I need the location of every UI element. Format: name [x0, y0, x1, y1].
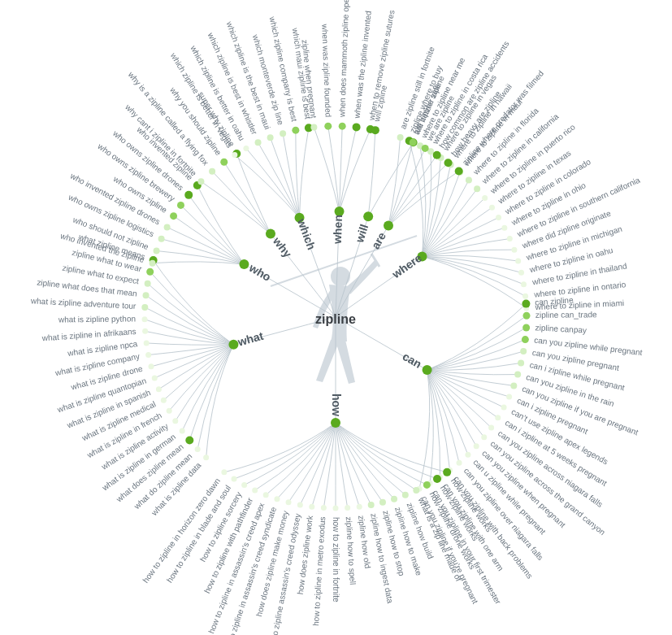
- leaf-node[interactable]: [263, 492, 269, 498]
- leaf-node[interactable]: [333, 506, 339, 511]
- leaf-node[interactable]: [232, 476, 237, 482]
- leaf-node[interactable]: [209, 168, 215, 175]
- leaf-node[interactable]: [310, 124, 317, 131]
- leaf-node[interactable]: [164, 224, 171, 230]
- leaf-node[interactable]: [172, 418, 178, 424]
- leaf-node[interactable]: [474, 443, 479, 449]
- leaf-node[interactable]: [518, 270, 524, 276]
- leaf-node[interactable]: [195, 446, 201, 452]
- leaf-node[interactable]: [474, 185, 480, 192]
- leaf-node[interactable]: [180, 428, 185, 433]
- leaf-node[interactable]: [145, 352, 151, 358]
- leaf-node[interactable]: [444, 159, 453, 167]
- leaf-node[interactable]: [156, 386, 162, 392]
- leaf-node[interactable]: [158, 236, 165, 242]
- leaf-node[interactable]: [142, 328, 148, 334]
- leaf-node[interactable]: [496, 215, 501, 220]
- leaf-node[interactable]: [511, 247, 517, 253]
- leaf-node[interactable]: [267, 134, 274, 141]
- leaf-node[interactable]: [518, 359, 524, 366]
- leaf-node[interactable]: [488, 425, 494, 431]
- category-node-why[interactable]: [266, 229, 275, 239]
- leaf-node[interactable]: [152, 375, 158, 381]
- leaf-node[interactable]: [154, 248, 160, 254]
- leaf-node[interactable]: [410, 139, 417, 146]
- leaf-node[interactable]: [379, 499, 386, 506]
- leaf-node[interactable]: [391, 496, 397, 502]
- leaf-node[interactable]: [143, 292, 150, 298]
- leaf-node[interactable]: [252, 487, 258, 493]
- leaf-node[interactable]: [170, 212, 177, 220]
- leaf-node[interactable]: [345, 505, 350, 511]
- leaf-node[interactable]: [522, 336, 529, 343]
- leaf-node[interactable]: [203, 455, 209, 460]
- leaf-node[interactable]: [371, 126, 379, 134]
- leaf-node[interactable]: [433, 475, 441, 483]
- leaf-node[interactable]: [184, 191, 193, 199]
- leaf-node[interactable]: [515, 259, 521, 264]
- leaf-node[interactable]: [489, 205, 495, 211]
- leaf-node[interactable]: [465, 452, 470, 458]
- leaf-node[interactable]: [177, 202, 184, 209]
- leaf-node[interactable]: [522, 294, 528, 299]
- leaf-node[interactable]: [144, 340, 150, 346]
- leaf-node[interactable]: [185, 436, 193, 444]
- leaf-node[interactable]: [521, 281, 527, 287]
- leaf-node[interactable]: [220, 159, 228, 166]
- leaf-node[interactable]: [402, 492, 409, 498]
- leaf-node[interactable]: [397, 134, 404, 141]
- leaf-node[interactable]: [309, 504, 314, 510]
- leaf-node[interactable]: [357, 504, 362, 510]
- leaf-node[interactable]: [221, 469, 227, 475]
- leaf-node[interactable]: [255, 139, 262, 146]
- leaf-node[interactable]: [501, 405, 507, 411]
- leaf-node[interactable]: [142, 316, 148, 322]
- leaf-node[interactable]: [522, 300, 530, 308]
- leaf-node[interactable]: [443, 468, 451, 476]
- leaf-node[interactable]: [243, 146, 249, 151]
- leaf-node[interactable]: [423, 481, 431, 489]
- leaf-node[interactable]: [197, 178, 204, 185]
- leaf-node[interactable]: [413, 487, 419, 494]
- leaf-node[interactable]: [145, 281, 151, 287]
- leaf-node[interactable]: [520, 348, 527, 354]
- leaf-node[interactable]: [495, 415, 501, 420]
- leaf-node[interactable]: [297, 502, 303, 507]
- leaf-node[interactable]: [292, 127, 299, 134]
- category-node-how[interactable]: [331, 418, 340, 428]
- leaf-node[interactable]: [466, 177, 472, 184]
- category-node-are[interactable]: [384, 220, 393, 230]
- category-node-will[interactable]: [363, 211, 373, 221]
- leaf-node[interactable]: [522, 312, 530, 320]
- leaf-node[interactable]: [149, 363, 154, 369]
- leaf-node[interactable]: [422, 145, 429, 152]
- leaf-node[interactable]: [161, 398, 167, 403]
- leaf-node[interactable]: [457, 460, 462, 466]
- leaf-node[interactable]: [141, 304, 148, 311]
- leaf-node[interactable]: [146, 268, 154, 276]
- leaf-node[interactable]: [280, 130, 286, 137]
- category-node-who[interactable]: [239, 259, 249, 269]
- leaf-node[interactable]: [482, 195, 488, 201]
- leaf-node[interactable]: [324, 123, 332, 130]
- leaf-node[interactable]: [501, 225, 507, 231]
- leaf-node[interactable]: [274, 496, 280, 502]
- leaf-node[interactable]: [522, 324, 530, 331]
- category-node-can[interactable]: [423, 365, 432, 375]
- leaf-node[interactable]: [455, 167, 463, 176]
- leaf-node[interactable]: [339, 123, 346, 130]
- leaf-node[interactable]: [232, 152, 237, 158]
- leaf-node[interactable]: [510, 382, 517, 389]
- leaf-node[interactable]: [353, 123, 361, 131]
- leaf-node[interactable]: [167, 408, 172, 414]
- leaf-node[interactable]: [514, 372, 521, 378]
- leaf-node[interactable]: [433, 151, 441, 159]
- leaf-node[interactable]: [150, 260, 156, 267]
- leaf-node[interactable]: [481, 434, 487, 440]
- leaf-node[interactable]: [241, 482, 247, 488]
- leaf-node[interactable]: [368, 502, 375, 508]
- leaf-node[interactable]: [286, 499, 292, 505]
- leaf-node[interactable]: [506, 394, 512, 399]
- leaf-node[interactable]: [321, 505, 327, 511]
- leaf-node[interactable]: [507, 236, 513, 241]
